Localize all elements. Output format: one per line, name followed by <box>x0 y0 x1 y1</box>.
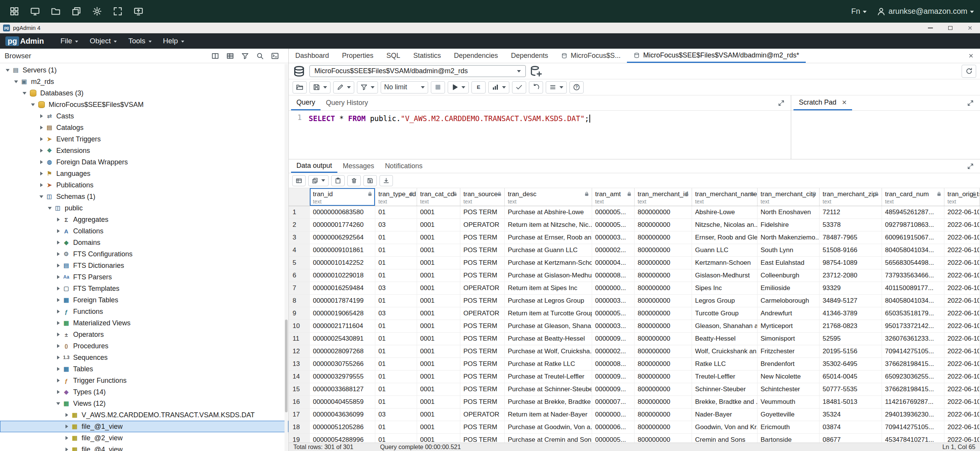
cell[interactable]: 0000005... <box>592 219 635 231</box>
cell[interactable]: 800000000 <box>635 408 692 421</box>
cell[interactable]: East Eulahstad <box>757 257 820 269</box>
cell[interactable]: 650353518179... <box>882 307 944 320</box>
scratch-pad-editor[interactable] <box>791 111 980 159</box>
cell[interactable]: 2022-06-10... <box>944 434 980 443</box>
cell[interactable]: 2022-06-10... <box>944 358 980 370</box>
chevron-right-icon[interactable] <box>38 172 45 175</box>
tree-item[interactable]: ƒFunctions <box>0 306 288 317</box>
cell[interactable]: 0000006... <box>592 421 635 433</box>
cell[interactable]: POS TERM <box>460 345 505 358</box>
chevron-right-icon[interactable] <box>38 137 45 141</box>
sql-editor[interactable]: 1 SELECT * FROM public."V_AWS.M2.CARDDEM… <box>289 111 791 159</box>
chevron-right-icon[interactable] <box>38 126 45 130</box>
row-number[interactable]: 16 <box>289 396 310 408</box>
copy-button[interactable] <box>308 175 329 186</box>
column-header-tran_type_cd[interactable]: tran_type_cdtext <box>375 188 417 206</box>
apps-grid-button[interactable] <box>6 3 22 20</box>
cell[interactable]: Nitzsche, Nicolas an... <box>692 219 757 231</box>
cell[interactable]: 72112 <box>820 206 882 218</box>
tab-query-history[interactable]: Query History <box>321 95 373 110</box>
cell[interactable]: Beatty-Hessel <box>692 333 757 345</box>
chevron-right-icon[interactable] <box>54 229 62 233</box>
cell[interactable]: 0001 <box>417 269 460 282</box>
column-header-tran_source[interactable]: tran_sourcetext <box>460 188 505 206</box>
tree-item[interactable]: ▢FTS Templates <box>0 283 288 294</box>
row-number[interactable]: 18 <box>289 421 310 433</box>
cell[interactable]: 0000008... <box>592 358 635 370</box>
chevron-right-icon[interactable] <box>54 321 62 325</box>
cell[interactable]: 00000019065428 <box>310 307 375 320</box>
cell[interactable]: Treutel-Leffler <box>692 371 757 383</box>
cell[interactable]: 800000000 <box>635 269 692 282</box>
cell[interactable]: 01 <box>375 333 417 345</box>
chevron-right-icon[interactable] <box>54 344 62 348</box>
cell[interactable]: Purchase at Abshire-Lowe <box>505 206 592 218</box>
cell[interactable]: Bartonside <box>757 434 820 443</box>
tree-item[interactable]: ▤FTS Dictionaries <box>0 260 288 271</box>
tree-item[interactable]: ▦file_@4_view <box>0 444 288 451</box>
cell[interactable]: 93329 <box>820 282 882 294</box>
cell[interactable]: 00000017874199 <box>310 295 375 307</box>
cell[interactable]: 092798710863... <box>882 219 944 231</box>
cell[interactable]: 53378 <box>820 219 882 231</box>
save-data-button[interactable] <box>363 175 377 186</box>
cell[interactable]: 01 <box>375 257 417 269</box>
cell[interactable]: Schintchester <box>757 383 820 395</box>
cell[interactable]: 41346-3789 <box>820 307 882 320</box>
main-tab[interactable]: Statistics <box>407 49 447 63</box>
cell[interactable]: 00000009101861 <box>310 244 375 256</box>
cell[interactable]: 800000000 <box>635 320 692 332</box>
cell[interactable]: 0001 <box>417 408 460 421</box>
cell[interactable]: 0001 <box>417 396 460 408</box>
cell[interactable]: 800000000 <box>635 333 692 345</box>
cell[interactable]: Gislason-Medhurst <box>692 269 757 282</box>
row-number[interactable]: 11 <box>289 333 310 345</box>
chevron-down-icon[interactable] <box>46 207 54 210</box>
cell[interactable]: 0001 <box>417 295 460 307</box>
tree-item[interactable]: ▦file_@1_view <box>0 421 288 432</box>
cell[interactable]: Sipes Inc <box>692 282 757 294</box>
tree-item[interactable]: ◍Foreign Data Wrappers <box>0 156 288 168</box>
cell[interactable]: 0001 <box>417 345 460 358</box>
cell[interactable]: 0001 <box>417 320 460 332</box>
chevron-right-icon[interactable] <box>54 252 62 256</box>
cell[interactable]: 2022-06-10... <box>944 219 980 231</box>
main-tab[interactable]: Dashboard <box>289 49 335 63</box>
cell[interactable]: Purchase at Beatty-Hessel <box>505 333 592 345</box>
macros-button[interactable] <box>546 81 567 93</box>
filter-button[interactable] <box>357 81 378 93</box>
main-tab[interactable]: MicroFocus$S... <box>555 49 627 63</box>
cell[interactable]: 565683054498... <box>882 257 944 269</box>
connection-select[interactable]: MicroFocus$SEE$Files$VSAM/dbadmin@m2_rds <box>309 65 526 77</box>
column-header-tran_merchant_zip[interactable]: tran_merchant_ziptext <box>820 188 882 206</box>
chevron-right-icon[interactable] <box>38 160 45 164</box>
cell[interactable]: 00000030755266 <box>310 358 375 370</box>
tree-item[interactable]: ▤Servers (1) <box>0 64 288 76</box>
cell[interactable]: 2022-06-10... <box>944 231 980 244</box>
cell[interactable]: 21768-0823 <box>820 320 882 332</box>
tab-data-output[interactable]: Data output <box>291 159 337 173</box>
chevron-right-icon[interactable] <box>38 114 45 118</box>
column-header-tran_card_num[interactable]: tran_card_numtext <box>882 188 944 206</box>
cell[interactable]: 51508-9166 <box>820 244 882 256</box>
cell[interactable]: 800000000 <box>635 244 692 256</box>
tree-item[interactable]: ▦Foreign Tables <box>0 294 288 306</box>
cell[interactable]: 485945261287... <box>882 206 944 218</box>
cell[interactable]: 00000010142252 <box>310 257 375 269</box>
cell[interactable]: 08677 <box>820 434 882 443</box>
tree-item[interactable]: ❖Extensions <box>0 145 288 156</box>
cell[interactable]: 01 <box>375 345 417 358</box>
cell[interactable]: POS TERM <box>460 358 505 370</box>
main-tab[interactable]: MicroFocus$SEE$Files$VSAM/dbadmin@m2_rds… <box>627 49 805 63</box>
cell[interactable]: 01 <box>375 358 417 370</box>
cell[interactable]: Ratke LLC <box>692 358 757 370</box>
cell[interactable]: 0000005... <box>592 206 635 218</box>
windows-copy-button[interactable] <box>68 3 84 20</box>
chevron-down-icon[interactable] <box>38 195 45 198</box>
cell[interactable]: 800000000 <box>635 307 692 320</box>
chevron-right-icon[interactable] <box>54 218 62 221</box>
limit-caret-icon[interactable] <box>421 86 425 89</box>
cell[interactable]: 2022-06-10... <box>944 295 980 307</box>
tree-item[interactable]: ◆Domains <box>0 237 288 248</box>
cell[interactable]: Brendenfort <box>757 358 820 370</box>
